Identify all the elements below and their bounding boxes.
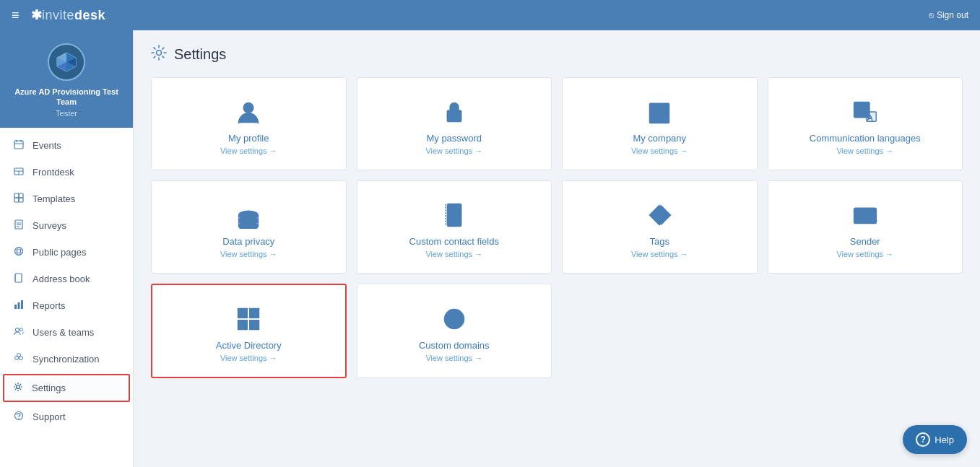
svg-rect-32 bbox=[21, 300, 23, 309]
sidebar-item-settings[interactable]: Settings bbox=[3, 374, 130, 402]
my-company-icon bbox=[646, 98, 673, 126]
card-link: View settings → bbox=[836, 147, 893, 155]
main-content: Settings My profile View settings → M bbox=[134, 30, 980, 467]
svg-point-34 bbox=[20, 328, 23, 331]
sync-icon bbox=[12, 353, 25, 365]
hamburger-button[interactable]: ≡ bbox=[12, 8, 19, 23]
settings-card-data-privacy[interactable]: Data privacy View settings → bbox=[151, 180, 347, 274]
card-title: Sender bbox=[850, 236, 880, 247]
events-icon bbox=[12, 139, 25, 152]
svg-point-62 bbox=[239, 222, 259, 230]
sidebar-profile: Azure AD Provisioning Test Team Tester bbox=[0, 30, 133, 128]
my-password-icon bbox=[441, 98, 468, 126]
svg-rect-26 bbox=[15, 274, 22, 282]
sidebar-item-synchronization[interactable]: Synchronization bbox=[0, 346, 133, 372]
sidebar-item-label: Synchronization bbox=[32, 354, 100, 365]
card-title: My password bbox=[426, 133, 482, 144]
settings-card-tags[interactable]: Tags View settings → bbox=[562, 180, 758, 274]
topbar-left: ≡ ✱invitedesk bbox=[12, 7, 105, 23]
card-title: Data privacy bbox=[222, 236, 274, 247]
card-link: View settings → bbox=[220, 354, 277, 362]
settings-card-my-password[interactable]: My password View settings → bbox=[357, 77, 552, 170]
page-header-icon bbox=[151, 45, 167, 64]
sidebar-item-support[interactable]: Support bbox=[0, 403, 133, 430]
svg-rect-30 bbox=[14, 305, 17, 309]
sidebar-item-public-pages[interactable]: Public pages bbox=[0, 239, 133, 266]
topbar: ≡ ✱invitedesk ⎋ Sign out bbox=[0, 0, 980, 30]
svg-rect-14 bbox=[14, 193, 19, 198]
data-privacy-icon bbox=[235, 201, 262, 229]
signout-button[interactable]: ⎋ Sign out bbox=[929, 10, 968, 20]
sidebar-item-label: Events bbox=[32, 140, 61, 151]
svg-point-23 bbox=[17, 247, 21, 255]
sidebar-item-users-teams[interactable]: Users & teams bbox=[0, 319, 133, 346]
settings-card-sender[interactable]: Sender View settings → bbox=[768, 180, 963, 274]
public-pages-icon bbox=[12, 246, 25, 258]
sidebar-item-label: Reports bbox=[32, 300, 66, 311]
settings-card-my-company[interactable]: My company View settings → bbox=[562, 77, 758, 170]
sidebar-item-events[interactable]: Events bbox=[0, 132, 133, 159]
profile-role: Tester bbox=[56, 109, 77, 118]
settings-grid: My profile View settings → My password V… bbox=[151, 77, 963, 378]
svg-rect-48 bbox=[663, 106, 667, 110]
help-icon: ? bbox=[916, 432, 930, 447]
frontdesk-icon bbox=[12, 166, 25, 178]
card-title: My company bbox=[633, 133, 686, 144]
sidebar-nav: Events Frontdesk Templates bbox=[0, 128, 133, 435]
svg-point-44 bbox=[452, 114, 456, 118]
svg-rect-31 bbox=[18, 302, 20, 309]
svg-rect-17 bbox=[19, 198, 23, 202]
sidebar: Azure AD Provisioning Test Team Tester E… bbox=[0, 30, 134, 467]
sidebar-item-address-book[interactable]: Address book bbox=[0, 266, 133, 292]
avatar bbox=[48, 43, 85, 81]
svg-point-69 bbox=[654, 211, 657, 214]
settings-card-active-directory[interactable]: Active Directory View settings → bbox=[151, 284, 347, 378]
svg-point-37 bbox=[17, 353, 21, 357]
sidebar-item-label: Templates bbox=[32, 193, 75, 204]
sidebar-item-label: Address book bbox=[32, 274, 90, 284]
card-link: View settings → bbox=[631, 147, 688, 155]
svg-point-41 bbox=[157, 51, 162, 56]
page-header: Settings bbox=[151, 45, 963, 64]
card-title: Active Directory bbox=[216, 340, 282, 351]
card-title: Communication languages bbox=[810, 133, 921, 144]
card-title: My profile bbox=[228, 133, 269, 144]
settings-icon bbox=[12, 382, 25, 394]
users-icon bbox=[12, 326, 25, 339]
svg-point-22 bbox=[15, 247, 23, 255]
svg-point-40 bbox=[18, 418, 19, 419]
svg-rect-47 bbox=[658, 106, 662, 110]
svg-point-42 bbox=[244, 103, 253, 113]
svg-rect-74 bbox=[249, 320, 259, 330]
tags-icon bbox=[646, 201, 673, 229]
settings-card-custom-domains[interactable]: Custom domains View settings → bbox=[357, 284, 552, 378]
svg-rect-51 bbox=[663, 112, 667, 115]
card-link: View settings → bbox=[425, 147, 482, 155]
settings-card-communication-languages[interactable]: A A Communication languages View setting… bbox=[768, 77, 963, 170]
svg-rect-46 bbox=[653, 106, 656, 110]
svg-rect-16 bbox=[14, 198, 19, 202]
sender-icon bbox=[851, 201, 879, 229]
support-icon bbox=[12, 411, 25, 423]
my-profile-icon bbox=[235, 98, 262, 126]
svg-point-38 bbox=[17, 385, 20, 388]
sidebar-item-frontdesk[interactable]: Frontdesk bbox=[0, 159, 133, 186]
logo: ✱invitedesk bbox=[31, 7, 106, 23]
svg-rect-49 bbox=[653, 112, 656, 115]
sidebar-item-label: Surveys bbox=[32, 220, 66, 231]
card-link: View settings → bbox=[220, 250, 277, 258]
svg-rect-15 bbox=[19, 193, 23, 198]
svg-rect-73 bbox=[238, 320, 248, 330]
sidebar-item-surveys[interactable]: Surveys bbox=[0, 212, 133, 239]
settings-card-custom-contact-fields[interactable]: Custom contact fields View settings → bbox=[357, 180, 552, 274]
sidebar-item-reports[interactable]: Reports bbox=[0, 292, 133, 319]
sidebar-item-templates[interactable]: Templates bbox=[0, 186, 133, 212]
help-button[interactable]: ? Help bbox=[903, 425, 967, 454]
templates-icon bbox=[12, 193, 25, 205]
settings-card-my-profile[interactable]: My profile View settings → bbox=[151, 77, 347, 170]
svg-rect-65 bbox=[447, 204, 461, 226]
sidebar-item-label: Settings bbox=[32, 383, 66, 393]
communication-languages-icon: A A bbox=[851, 98, 879, 126]
signout-icon: ⎋ bbox=[929, 10, 934, 20]
sidebar-item-label: Frontdesk bbox=[32, 167, 74, 178]
